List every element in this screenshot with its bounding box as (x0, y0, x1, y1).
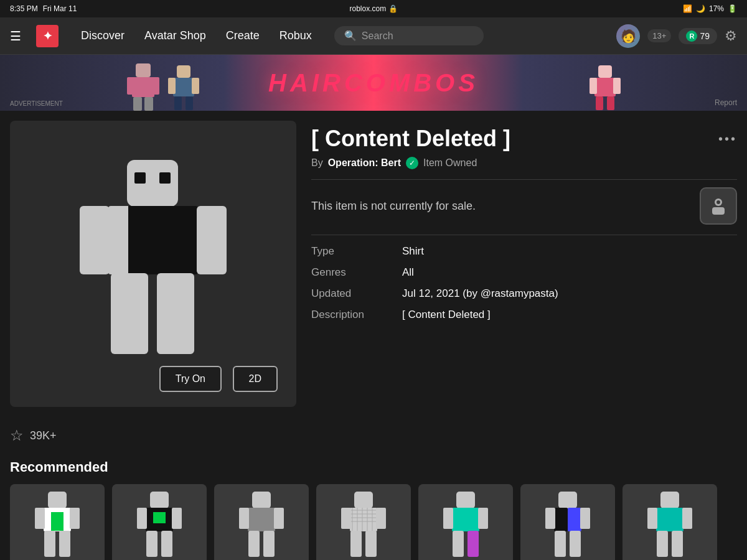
svg-rect-69 (478, 508, 488, 529)
svg-rect-77 (555, 531, 566, 557)
genres-label: Genres (311, 266, 392, 279)
nav-create[interactable]: Create (218, 24, 267, 47)
roblox-logo[interactable]: ✦ (36, 25, 59, 47)
svg-rect-38 (150, 492, 169, 508)
ad-figure-2 (167, 64, 201, 111)
nav-robux[interactable]: Robux (272, 24, 319, 47)
verified-icon: ✓ (406, 157, 418, 169)
description-label: Description (311, 309, 392, 321)
rec-char-5 (441, 490, 491, 559)
svg-rect-13 (594, 78, 616, 96)
nav-discover[interactable]: Discover (73, 24, 132, 47)
equip-icon (708, 196, 728, 216)
nav-avatar-shop[interactable]: Avatar Shop (137, 24, 214, 47)
roblox-character-preview (72, 155, 234, 373)
svg-rect-78 (570, 531, 581, 557)
item-3d-preview (10, 121, 296, 407)
ad-report-button[interactable]: Report (715, 98, 737, 107)
url: roblox.com 🔒 (349, 4, 397, 13)
equip-button[interactable] (700, 187, 737, 225)
rec-char-1 (32, 490, 82, 559)
svg-rect-48 (274, 508, 284, 529)
svg-rect-27 (157, 273, 194, 354)
settings-icon[interactable]: ⚙ (725, 28, 737, 44)
svg-rect-83 (657, 531, 668, 557)
item-author[interactable]: Operation: Bert (328, 157, 401, 169)
rec-char-6 (543, 490, 593, 559)
svg-rect-15 (613, 78, 621, 94)
svg-rect-19 (134, 172, 146, 184)
status-bar: 8:35 PM Fri Mar 11 roblox.com 🔒 📶 🌙 17% … (0, 0, 747, 17)
svg-rect-34 (35, 508, 45, 529)
svg-rect-76 (580, 508, 590, 529)
item-image-container: Try On 2D (10, 121, 296, 407)
date: Fri Mar 11 (43, 4, 77, 13)
list-item[interactable]: Black Green (112, 484, 207, 560)
svg-rect-51 (354, 492, 373, 508)
svg-point-30 (716, 200, 720, 204)
genres-value: All (402, 266, 737, 279)
svg-rect-23 (128, 206, 178, 274)
2d-button[interactable]: 2D (233, 366, 278, 392)
svg-rect-10 (174, 96, 182, 110)
search-input[interactable] (362, 30, 474, 42)
ad-label: ADVERTISEMENT (10, 100, 63, 107)
svg-rect-82 (682, 508, 692, 529)
ad-banner-text: HAIRCOMBOS (268, 69, 479, 97)
svg-rect-8 (168, 78, 176, 94)
svg-rect-62 (341, 508, 351, 529)
divider-2 (311, 235, 737, 235)
svg-rect-37 (59, 531, 70, 557)
rec-item-img (10, 484, 105, 560)
svg-rect-68 (443, 508, 453, 529)
ad-banner: HAIRCOMBOS ADVERTISEMENT Report (0, 55, 747, 111)
ad-figure-3 (588, 64, 622, 111)
star-icon[interactable]: ☆ (10, 427, 24, 444)
list-item[interactable]: Purple and (418, 484, 513, 560)
robux-badge[interactable]: R 79 (679, 28, 717, 44)
more-options-button[interactable]: ••• (718, 132, 737, 146)
svg-rect-20 (159, 172, 171, 184)
description-value: [ Content Deleted ] (402, 309, 737, 321)
navbar: ☰ ✦ Discover Avatar Shop Create Robux 🔍 … (0, 17, 747, 55)
divider (311, 179, 737, 180)
recommended-section: Recommended White Green (0, 449, 747, 560)
battery: 17% (709, 4, 724, 13)
try-on-button[interactable]: Try On (159, 366, 222, 392)
hamburger-menu[interactable]: ☰ (10, 29, 21, 44)
avatar[interactable]: 🧑 (616, 24, 640, 48)
rec-item-img (418, 484, 513, 560)
search-icon: 🔍 (344, 30, 357, 42)
list-item[interactable]: y2k grey (214, 484, 309, 560)
by-label: By (311, 157, 323, 169)
svg-rect-11 (186, 96, 193, 110)
item-owned-badge: Item Owned (423, 157, 477, 169)
item-details: [ Content Deleted ] ••• By Operation: Be… (311, 121, 737, 407)
rec-item-img (112, 484, 207, 560)
item-title: [ Content Deleted ] (311, 126, 510, 152)
svg-rect-80 (656, 508, 684, 531)
list-item[interactable]: Blue and (520, 484, 615, 560)
svg-rect-81 (647, 508, 657, 529)
time: 8:35 PM (10, 4, 38, 13)
ad-figure-1 (125, 61, 162, 111)
list-item[interactable]: White Green (10, 484, 105, 560)
not-for-sale-text: This item is not currently for sale. (311, 200, 476, 213)
svg-rect-35 (70, 508, 80, 529)
svg-rect-36 (44, 531, 55, 557)
svg-rect-0 (136, 63, 151, 77)
robux-icon: R (686, 30, 697, 42)
svg-rect-29 (712, 207, 725, 215)
svg-rect-31 (48, 492, 67, 508)
svg-rect-4 (133, 97, 142, 111)
item-title-row: [ Content Deleted ] ••• (311, 126, 737, 152)
age-badge: 13+ (647, 29, 671, 42)
svg-rect-24 (80, 206, 110, 274)
main-content: Try On 2D [ Content Deleted ] ••• By Ope… (0, 111, 747, 417)
svg-rect-74 (568, 508, 581, 531)
list-item[interactable]: Teal Shirt (622, 484, 717, 560)
svg-rect-50 (263, 531, 275, 557)
search-bar[interactable]: 🔍 (334, 26, 484, 45)
list-item[interactable]: y2k aesthetic (316, 484, 411, 560)
type-label: Type (311, 245, 392, 258)
